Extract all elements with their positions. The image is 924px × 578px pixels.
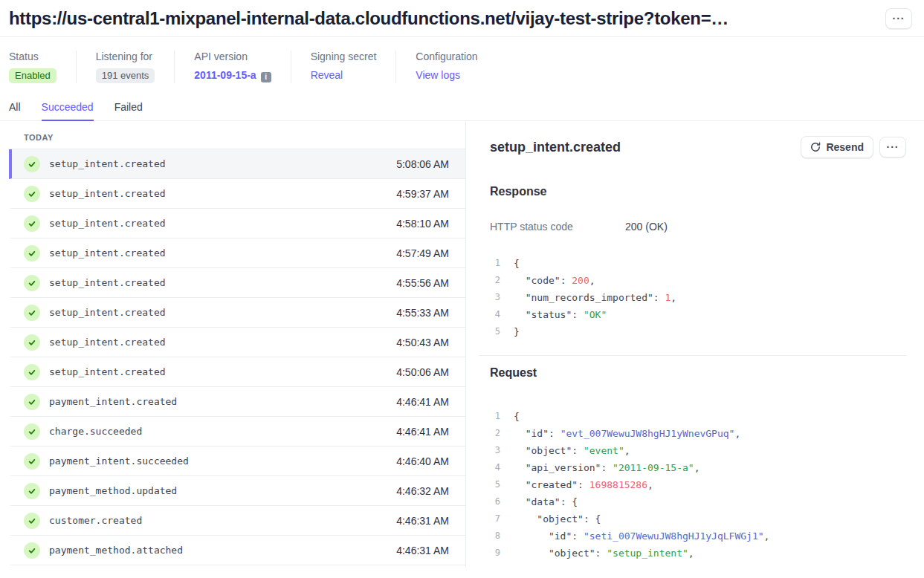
request-heading: Request xyxy=(490,366,906,380)
success-check-icon xyxy=(24,275,40,291)
event-row[interactable]: setup_intent.created 5:08:06 AM xyxy=(9,149,465,179)
code-line: 1{ xyxy=(490,255,906,272)
event-row[interactable]: customer.created 4:46:31 AM xyxy=(9,506,465,536)
tab-all[interactable]: All xyxy=(9,101,21,121)
ellipsis-icon: ··· xyxy=(887,142,899,152)
event-time: 4:50:06 AM xyxy=(396,366,449,378)
configuration-label: Configuration xyxy=(416,51,477,62)
event-time: 4:59:37 AM xyxy=(396,188,449,200)
event-type: payment_method.attached xyxy=(49,545,183,556)
event-time: 4:50:43 AM xyxy=(396,337,449,348)
tab-failed[interactable]: Failed xyxy=(114,101,143,121)
response-heading: Response xyxy=(490,185,906,198)
http-status-label: HTTP status code xyxy=(490,221,625,233)
refresh-icon xyxy=(810,142,821,152)
success-check-icon xyxy=(24,334,40,351)
main-content: TODAY setup_intent.created 5:08:06 AM se… xyxy=(0,121,924,567)
api-version-link[interactable]: 2011-09-15-a xyxy=(194,69,256,81)
endpoint-meta-row: Status Enabled Listening for 191 events … xyxy=(0,37,924,83)
event-row[interactable]: payment_intent.created 4:46:41 AM xyxy=(9,387,465,417)
event-time: 4:46:31 AM xyxy=(396,545,449,556)
event-type: setup_intent.created xyxy=(49,337,166,348)
event-row[interactable]: setup_intent.created 4:55:33 AM xyxy=(9,298,465,328)
status-label: Status xyxy=(9,51,56,62)
event-type: payment_intent.created xyxy=(49,396,177,407)
event-time: 4:58:10 AM xyxy=(396,218,449,230)
event-row[interactable]: setup_intent.created 4:50:43 AM xyxy=(9,328,465,357)
event-type: setup_intent.created xyxy=(49,218,166,229)
code-line: 4 "api_version": "2011-09-15-a", xyxy=(490,459,906,476)
resend-label: Resend xyxy=(826,141,864,153)
meta-signing-secret: Signing secret Reveal xyxy=(291,51,396,83)
info-icon: i xyxy=(261,72,271,82)
event-row[interactable]: payment_intent.succeeded 4:46:40 AM xyxy=(9,447,465,476)
code-line: 3 "object": "event", xyxy=(490,442,906,459)
event-type: setup_intent.created xyxy=(49,158,166,169)
event-time: 5:08:06 AM xyxy=(396,158,449,170)
detail-actions: Resend ··· xyxy=(801,136,906,158)
code-line: 5} xyxy=(490,323,906,340)
event-type: payment_method.updated xyxy=(49,485,177,496)
meta-listening: Listening for 191 events xyxy=(76,51,175,83)
success-check-icon xyxy=(24,423,40,440)
tab-succeeded[interactable]: Succeeded xyxy=(42,101,94,121)
page-header: https://us-central1-mixpanel-internal-da… xyxy=(0,0,924,37)
endpoint-url-title: https://us-central1-mixpanel-internal-da… xyxy=(9,8,728,29)
success-check-icon xyxy=(24,513,40,529)
event-list: setup_intent.created 5:08:06 AM setup_in… xyxy=(0,149,465,565)
detail-more-button[interactable]: ··· xyxy=(879,137,906,158)
meta-configuration: Configuration View logs xyxy=(395,51,497,83)
http-status-value: 200 (OK) xyxy=(625,221,668,233)
request-code-block: 1{2 "id": "evt_007WewuJW8hgHJ1yWnevGPuq"… xyxy=(490,408,906,562)
reveal-secret-link[interactable]: Reveal xyxy=(311,69,343,81)
header-more-button[interactable]: ··· xyxy=(885,8,912,29)
api-version-label: API version xyxy=(194,51,271,62)
event-type: customer.created xyxy=(49,515,142,526)
code-line: 9 "object": "setup_intent", xyxy=(490,545,906,562)
event-time: 4:55:56 AM xyxy=(396,277,449,289)
success-check-icon xyxy=(24,364,40,380)
success-check-icon xyxy=(24,483,40,499)
tabs: AllSucceededFailed xyxy=(0,101,924,121)
event-group-label: TODAY xyxy=(9,121,465,149)
success-check-icon xyxy=(24,453,40,470)
event-row[interactable]: payment_method.attached 4:46:31 AM xyxy=(9,536,465,565)
event-row[interactable]: setup_intent.created 4:57:49 AM xyxy=(9,238,465,268)
code-line: 1{ xyxy=(490,408,906,425)
event-row[interactable]: setup_intent.created 4:55:56 AM xyxy=(9,268,465,298)
code-line: 2 "id": "evt_007WewuJW8hgHJ1yWnevGPuq", xyxy=(490,425,906,442)
code-line: 8 "id": "seti_007WewuJW8hgHJ1yJqLFWGj1", xyxy=(490,527,906,545)
event-time: 4:46:41 AM xyxy=(396,396,449,408)
meta-api-version: API version 2011-09-15-ai xyxy=(174,51,290,83)
status-badge: Enabled xyxy=(9,68,56,83)
success-check-icon xyxy=(24,542,40,559)
event-row[interactable]: setup_intent.created 4:58:10 AM xyxy=(9,209,465,238)
event-type: setup_intent.created xyxy=(49,277,166,288)
event-type: setup_intent.created xyxy=(49,366,166,377)
event-time: 4:57:49 AM xyxy=(396,247,449,259)
event-type: setup_intent.created xyxy=(49,188,166,199)
event-time: 4:46:41 AM xyxy=(396,426,449,438)
success-check-icon xyxy=(24,394,40,410)
listening-badge: 191 events xyxy=(96,68,155,83)
code-line: 7 "object": { xyxy=(490,510,906,527)
event-time: 4:46:31 AM xyxy=(396,515,449,527)
section-divider xyxy=(479,355,906,356)
http-status-row: HTTP status code 200 (OK) xyxy=(490,221,906,233)
response-code-block: 1{2 "code": 200,3 "num_records_imported"… xyxy=(490,255,906,340)
event-row[interactable]: setup_intent.created 4:59:37 AM xyxy=(9,179,465,209)
event-row[interactable]: payment_method.updated 4:46:32 AM xyxy=(9,476,465,506)
view-logs-link[interactable]: View logs xyxy=(416,69,460,81)
resend-button[interactable]: Resend xyxy=(801,136,873,158)
listening-label: Listening for xyxy=(96,51,155,62)
event-row[interactable]: setup_intent.created 4:50:06 AM xyxy=(9,357,465,387)
code-line: 5 "created": 1698815286, xyxy=(490,476,906,493)
meta-status: Status Enabled xyxy=(9,51,76,83)
code-line: 2 "code": 200, xyxy=(490,272,906,289)
ellipsis-icon: ··· xyxy=(893,13,905,24)
event-type: setup_intent.created xyxy=(49,307,166,318)
code-line: 6 "data": { xyxy=(490,493,906,510)
event-time: 4:55:33 AM xyxy=(396,307,449,319)
event-row[interactable]: charge.succeeded 4:46:41 AM xyxy=(9,417,465,447)
event-detail-panel: setup_intent.created Resend ··· Response xyxy=(466,121,924,567)
